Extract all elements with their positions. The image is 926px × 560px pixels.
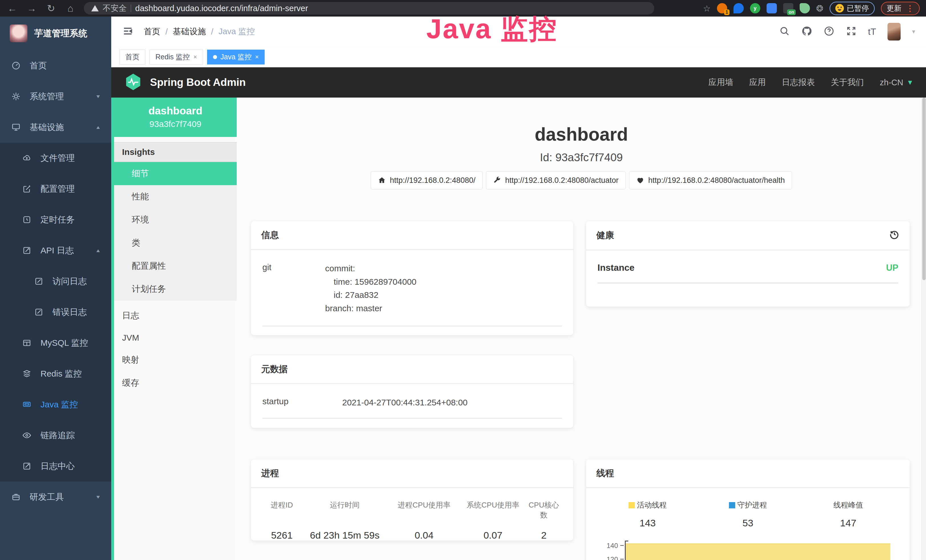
update-browser-button[interactable]: 更新 ⋮ <box>881 2 920 15</box>
back-icon[interactable]: ← <box>6 0 18 17</box>
sidebar-item-config-management[interactable]: 配置管理 <box>0 173 111 204</box>
menu-item-metrics[interactable]: 性能 <box>114 185 237 208</box>
sba-nav-applications[interactable]: 应用 <box>749 77 766 88</box>
sidebar-item-label: 系统管理 <box>30 91 64 102</box>
scrollbar[interactable] <box>921 98 926 560</box>
bookmark-star-icon[interactable]: ☆ <box>703 3 711 14</box>
page-title: dashboard <box>237 124 926 145</box>
menu-item-scheduled-tasks[interactable]: 计划任务 <box>114 278 237 301</box>
sidebar-item-access-log[interactable]: 访问日志 <box>0 266 111 297</box>
sidebar-item-label: 链路追踪 <box>41 430 75 441</box>
breadcrumb-infrastructure[interactable]: 基础设施 <box>173 26 206 37</box>
extension-letter: y <box>754 5 757 11</box>
chevron-down-icon: ▾ <box>96 93 100 100</box>
reload-icon[interactable]: ↻ <box>45 0 57 17</box>
health-url-button[interactable]: http://192.168.0.2:48080/actuator/health <box>629 171 792 189</box>
menu-item-jvm[interactable]: JVM <box>114 327 237 348</box>
service-url-button[interactable]: http://192.168.0.2:48080/ <box>371 171 483 189</box>
search-icon[interactable] <box>779 26 790 38</box>
sidebar-item-log-center[interactable]: 日志中心 <box>0 451 111 481</box>
extension-orange-icon[interactable]: 1 <box>717 3 727 14</box>
sidebar-item-java-monitor[interactable]: Java 监控 <box>0 389 111 420</box>
tab-redis-monitor[interactable]: Redis 监控 × <box>150 50 203 65</box>
menu-item-config-props[interactable]: 配置属性 <box>114 254 237 278</box>
history-icon[interactable] <box>889 229 899 242</box>
legend-label: 线程峰值 <box>833 500 863 510</box>
service-url: http://192.168.0.2:48080/ <box>390 176 475 185</box>
close-icon[interactable]: × <box>255 53 259 61</box>
collapse-sidebar-icon[interactable] <box>122 26 133 38</box>
app-title: 芋道管理系统 <box>34 27 87 39</box>
health-card-header: 健康 <box>586 221 910 250</box>
fullscreen-icon[interactable] <box>846 26 857 38</box>
menu-item-logs[interactable]: 日志 <box>114 304 237 327</box>
sidebar-item-label: 文件管理 <box>41 152 75 164</box>
sidebar-item-mysql-monitor[interactable]: MySQL 监控 <box>0 327 111 358</box>
sidebar-item-tracing[interactable]: 链路追踪 <box>0 420 111 451</box>
instance-root-menu: 日志 JVM 映射 缓存 <box>114 301 237 395</box>
menu-item-caches[interactable]: 缓存 <box>114 371 237 395</box>
browser-menu-icon[interactable]: ⋮ <box>906 4 914 13</box>
eye-icon <box>22 431 32 440</box>
threads-card-body: 活动线程 143 守护进程 53 线程峰值 147 <box>586 488 910 560</box>
sidebar-item-home[interactable]: 首页 <box>0 50 111 81</box>
extension-badge: 1 <box>724 9 729 15</box>
app-logo-row[interactable]: 芋道管理系统 <box>0 17 111 50</box>
forward-icon[interactable]: → <box>26 0 38 17</box>
sidebar-submenu-infrastructure: 文件管理 配置管理 定时任务 API 日志 ▴ 访问日志 错误日志 <box>0 143 111 481</box>
home-icon[interactable]: ⌂ <box>65 0 76 17</box>
sidebar-item-file-management[interactable]: 文件管理 <box>0 143 111 173</box>
sba-nav-wallboard[interactable]: 应用墙 <box>708 77 733 88</box>
sidebar-item-infrastructure[interactable]: 基础设施 ▴ <box>0 112 111 143</box>
daemon-threads-value: 53 <box>698 518 798 529</box>
sba-nav-about[interactable]: 关于我们 <box>831 77 864 88</box>
menu-item-details[interactable]: 细节 <box>114 162 237 185</box>
extension-switch-icon[interactable]: on <box>783 3 793 14</box>
tab-java-monitor[interactable]: Java 监控 × <box>207 50 265 65</box>
metadata-key: startup <box>262 396 342 409</box>
sidebar-item-api-log[interactable]: API 日志 ▴ <box>0 235 111 266</box>
sidebar-item-error-log[interactable]: 错误日志 <box>0 297 111 327</box>
health-card-body: Instance UP <box>586 250 910 292</box>
extension-y-icon[interactable]: y <box>750 3 760 14</box>
avatar-caret-icon[interactable]: ▾ <box>912 28 915 35</box>
sidebar-item-devtools[interactable]: 研发工具 ▾ <box>0 481 111 512</box>
sidebar-item-system[interactable]: 系统管理 ▾ <box>0 81 111 112</box>
extension-pin-icon[interactable] <box>734 3 744 14</box>
extension-leaf-icon[interactable] <box>800 3 810 14</box>
sba-nav-journal[interactable]: 日志报表 <box>782 77 815 88</box>
locale-label: zh-CN <box>880 78 903 87</box>
extensions-puzzle-icon[interactable]: ❂ <box>816 3 823 14</box>
breadcrumb-home[interactable]: 首页 <box>144 26 160 37</box>
scrollbar-thumb[interactable] <box>922 98 926 280</box>
github-icon[interactable] <box>801 26 812 38</box>
menu-item-mappings[interactable]: 映射 <box>114 348 237 371</box>
timer-icon <box>22 215 32 224</box>
menu-item-classes[interactable]: 类 <box>114 232 237 254</box>
metadata-card-title: 元数据 <box>251 355 573 384</box>
chevron-down-icon: ▾ <box>96 494 100 500</box>
paused-profile-pill[interactable]: 已暂停 <box>830 2 875 15</box>
font-size-icon[interactable]: tT <box>868 27 876 37</box>
menu-item-environment[interactable]: 环境 <box>114 208 237 232</box>
actuator-url-button[interactable]: http://192.168.0.2:48080/actuator <box>486 171 626 189</box>
sba-brand-title[interactable]: Spring Boot Admin <box>150 76 246 88</box>
user-avatar[interactable] <box>888 23 900 41</box>
help-icon[interactable] <box>824 26 834 38</box>
info-card-title: 信息 <box>251 221 573 250</box>
sidebar-item-scheduled-jobs[interactable]: 定时任务 <box>0 204 111 235</box>
git-commit-line: commit: <box>325 262 416 275</box>
health-card-title: 健康 <box>596 229 614 241</box>
chevron-down-icon: ▼ <box>906 79 914 86</box>
col-pid: 进程ID <box>262 500 301 520</box>
extension-grid-icon[interactable] <box>767 3 777 14</box>
y-tickmark <box>620 559 624 559</box>
tab-home[interactable]: 首页 <box>119 50 145 65</box>
locale-selector[interactable]: zh-CN ▼ <box>880 78 914 87</box>
address-bar[interactable]: 不安全 dashboard.yudao.iocoder.cn/infra/adm… <box>84 2 654 15</box>
active-dot <box>213 55 217 59</box>
close-icon[interactable]: × <box>194 53 197 61</box>
sidebar-item-redis-monitor[interactable]: Redis 监控 <box>0 358 111 389</box>
content-column: 首页 / 基础设施 / Java 监控 tT ▾ 首页 Redis <box>111 17 926 560</box>
paused-label: 已暂停 <box>847 3 869 14</box>
